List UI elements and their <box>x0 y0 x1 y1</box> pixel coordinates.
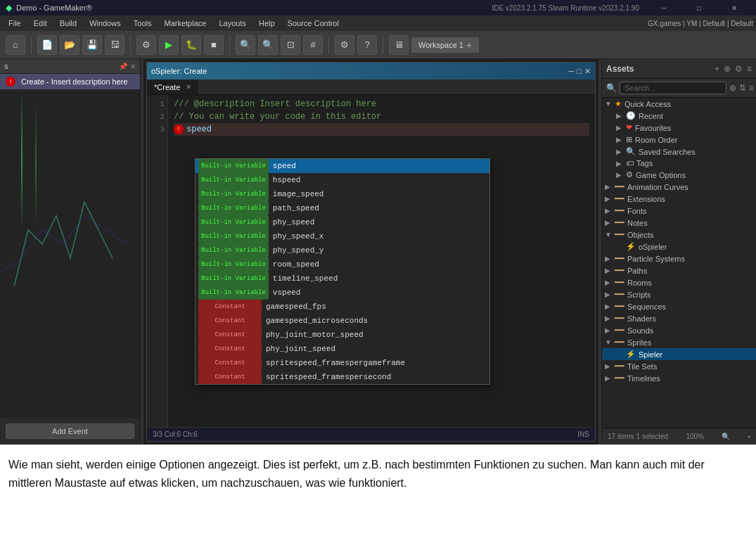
ac-item-12[interactable]: Constant phy_joint_motor_speed <box>196 328 489 342</box>
assets-menu-icon[interactable]: ≡ <box>747 64 752 74</box>
search-more-icon[interactable]: ≡ <box>749 83 754 93</box>
ac-item-9[interactable]: Built-in Variable vspeed <box>196 286 489 300</box>
editor-close-icon[interactable]: ✕ <box>584 67 591 76</box>
ac-item-8[interactable]: Built-in Variable timeline_speed <box>196 272 489 286</box>
zoom-in-button[interactable]: 🔍 <box>258 35 278 55</box>
add-event-button[interactable]: Add Event <box>6 423 134 439</box>
objects-item[interactable]: ▼ ━━ Objects <box>602 229 756 241</box>
object-button[interactable]: ⚙ <box>136 35 156 55</box>
editor-maximize-icon[interactable]: □ <box>577 67 582 76</box>
home-button[interactable]: ⌂ <box>6 35 25 55</box>
shaders-item[interactable]: ▶ ━━ Shaders <box>602 312 756 324</box>
ac-item-13[interactable]: Constant phy_joint_speed <box>196 342 489 356</box>
assets-more-icon[interactable]: ▪ <box>748 433 750 440</box>
zoom-out-button[interactable]: 🔍 <box>236 35 255 55</box>
create-tab-close-icon[interactable]: ✕ <box>186 83 191 91</box>
ac-item-4[interactable]: Built-in Variable phy_speed <box>196 215 489 229</box>
assets-zoom-icon[interactable]: 🔍 <box>722 433 730 440</box>
menu-file[interactable]: File <box>3 18 27 29</box>
assets-count: 17 items 1 selected <box>608 433 668 440</box>
assets-filter-icon[interactable]: ⊕ <box>724 64 731 74</box>
timelines-item[interactable]: ▶ ━━ Timelines <box>602 372 756 384</box>
menu-help[interactable]: Help <box>253 18 281 29</box>
favourites-item[interactable]: ▶ ❤ Favourites <box>602 122 756 134</box>
monitor-button[interactable]: 🖥 <box>389 35 409 55</box>
ac-item-2[interactable]: Built-in Variable image_speed <box>196 187 489 201</box>
menu-tools[interactable]: Tools <box>128 18 158 29</box>
quick-access-header[interactable]: ▼ ★ Quick Access <box>602 98 756 110</box>
grid-button[interactable]: # <box>303 35 323 55</box>
save-all-button[interactable]: 🖫 <box>105 35 124 55</box>
room-order-item[interactable]: ▶ ⊞ Room Order <box>602 134 756 146</box>
play-button[interactable]: ▶ <box>159 35 179 55</box>
workspace-tab[interactable]: Workspace 1 + <box>411 37 479 53</box>
ac-item-7[interactable]: Built-in Variable room_speed <box>196 257 489 272</box>
editor-tabs: *Create ✕ <box>147 79 595 95</box>
panel-pin-icon[interactable]: 📌 <box>119 63 127 70</box>
particle-systems-item[interactable]: ▶ ━━ Particle Systems <box>602 253 756 264</box>
ac-item-14[interactable]: Constant spritespeed_framespergameframe <box>196 356 489 370</box>
minimize-button[interactable]: ─ <box>648 0 680 15</box>
autocomplete-dropdown[interactable]: Built-in Variable speed Built-in Variabl… <box>195 158 490 385</box>
new-button[interactable]: 📄 <box>37 35 57 55</box>
create-tab[interactable]: *Create ✕ <box>147 79 199 94</box>
ac-item-3[interactable]: Built-in Variable path_speed <box>196 201 489 215</box>
close-button[interactable]: ✕ <box>718 0 750 15</box>
tags-item[interactable]: ▶ 🏷 Tags <box>602 158 756 169</box>
fonts-item[interactable]: ▶ ━━ Fonts <box>602 205 756 217</box>
sounds-item[interactable]: ▶ ━━ Sounds <box>602 324 756 336</box>
sequences-item[interactable]: ▶ ━━ Sequences <box>602 300 756 312</box>
open-button[interactable]: 📂 <box>60 35 79 55</box>
ospieler-item[interactable]: ⚡ oSpieler <box>602 241 756 253</box>
rooms-arrow-icon: ▶ <box>605 279 615 286</box>
search-sort-icon[interactable]: ⇅ <box>739 83 746 93</box>
line-num-1: 1 <box>150 98 165 110</box>
zoom-fit-button[interactable]: ⊡ <box>281 35 300 55</box>
menu-marketplace[interactable]: Marketplace <box>158 18 212 29</box>
recent-item[interactable]: ▶ 🕐 Recent <box>602 110 756 122</box>
notes-item[interactable]: ▶ ━━ Notes <box>602 217 756 229</box>
animation-curves-item[interactable]: ▶ ━━ Animation Curves <box>602 181 756 193</box>
scripts-item[interactable]: ▶ ━━ Scripts <box>602 288 756 300</box>
ac-name-0: speed <box>273 160 296 172</box>
assets-add-icon[interactable]: + <box>715 64 719 74</box>
assets-settings-icon[interactable]: ⚙ <box>735 64 743 74</box>
search-filter-icon[interactable]: ⊕ <box>729 83 736 93</box>
ac-item-11[interactable]: Constant gamespeed_microseconds <box>196 314 489 328</box>
help-button[interactable]: ? <box>357 35 377 55</box>
ac-item-15[interactable]: Constant spritespeed_framespersecond <box>196 370 489 384</box>
save-button[interactable]: 💾 <box>82 35 102 55</box>
spieler-sprite-item[interactable]: ⚡ Spieler <box>602 348 756 360</box>
stop-button[interactable]: ■ <box>204 35 224 55</box>
extensions-item[interactable]: ▶ ━━ Extensions <box>602 193 756 205</box>
menu-windows[interactable]: Windows <box>84 18 127 29</box>
ac-item-6[interactable]: Built-in Variable phy_speed_y <box>196 243 489 257</box>
bottom-paragraph: Wie man sieht, werden einige Optionen an… <box>8 459 705 489</box>
code-lines[interactable]: /// @description Insert description here… <box>168 95 595 427</box>
search-input[interactable] <box>620 82 726 94</box>
game-options-arrow-icon: ▶ <box>616 171 626 179</box>
asset-tree[interactable]: ▼ ★ Quick Access ▶ 🕐 Recent ▶ ❤ Favourit… <box>602 98 756 428</box>
game-options-item[interactable]: ▶ ⚙ Game Options <box>602 169 756 181</box>
menu-source-control[interactable]: Source Control <box>282 18 345 29</box>
debug-button[interactable]: 🐛 <box>181 35 201 55</box>
code-area[interactable]: 1 2 3 /// @description Insert descriptio… <box>147 95 595 441</box>
panel-close-icon[interactable]: ✕ <box>130 63 136 70</box>
menu-layouts[interactable]: Layouts <box>213 18 252 29</box>
saved-searches-item[interactable]: ▶ 🔍 Saved Searches <box>602 146 756 158</box>
settings-button[interactable]: ⚙ <box>335 35 354 55</box>
create-event-item[interactable]: ! Create - Insert description here <box>0 74 140 89</box>
menu-edit[interactable]: Edit <box>28 18 53 29</box>
maximize-button[interactable]: □ <box>683 0 715 15</box>
paths-item[interactable]: ▶ ━━ Paths <box>602 264 756 276</box>
workspace-add-icon[interactable]: + <box>466 39 472 51</box>
rooms-item[interactable]: ▶ ━━ Rooms <box>602 276 756 288</box>
ac-item-1[interactable]: Built-in Variable hspeed <box>196 173 489 187</box>
ac-item-5[interactable]: Built-in Variable phy_speed_x <box>196 229 489 243</box>
ac-item-10[interactable]: Constant gamespeed_fps <box>196 300 489 314</box>
tile-sets-item[interactable]: ▶ ━━ Tile Sets <box>602 360 756 372</box>
menu-build[interactable]: Build <box>54 18 82 29</box>
editor-minimize-icon[interactable]: ─ <box>569 67 575 76</box>
sprites-item[interactable]: ▼ ━━ Sprites <box>602 336 756 348</box>
ac-item-0[interactable]: Built-in Variable speed <box>196 159 489 173</box>
